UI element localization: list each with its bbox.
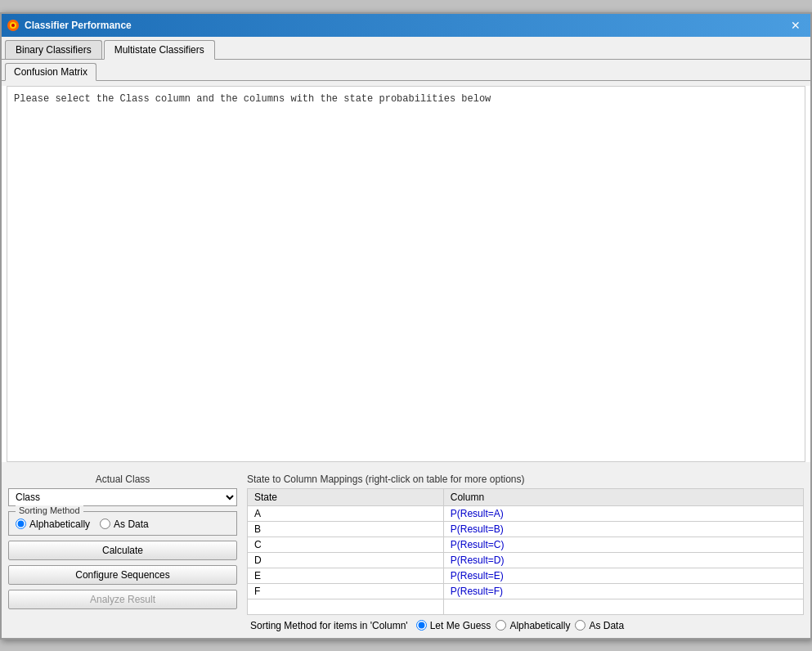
info-text: Please select the Class column and the c… <box>14 93 491 105</box>
col-header-column: Column <box>443 488 803 505</box>
radio-as-data-col-label[interactable]: As Data <box>575 620 624 631</box>
main-content: Please select the Class column and the c… <box>2 86 810 462</box>
column-cell: P(Result=E) <box>443 568 803 583</box>
state-cell: E <box>248 568 444 583</box>
sorting-bottom-row: Sorting Method for items in 'Column' Let… <box>247 620 804 631</box>
radio-as-data-text: As Data <box>114 519 149 530</box>
table-row: A P(Result=A) <box>248 505 804 521</box>
table-row: D P(Result=D) <box>248 552 804 568</box>
tab-binary-classifiers[interactable]: Binary Classifiers <box>5 40 102 59</box>
state-cell: B <box>248 521 444 537</box>
table-row: F P(Result=F) <box>248 583 804 599</box>
radio-let-me-guess-text: Let Me Guess <box>430 620 491 631</box>
analyze-result-button[interactable]: Analyze Result <box>8 590 237 609</box>
radio-as-data[interactable] <box>100 519 110 529</box>
radio-alphabetically-text: Alphabetically <box>29 519 90 530</box>
tab-confusion-matrix[interactable]: Confusion Matrix <box>5 63 96 81</box>
column-cell: P(Result=C) <box>443 537 803 552</box>
radio-alphabetically-col-label[interactable]: Alphabetically <box>496 620 570 631</box>
state-mapping-table: State Column A P(Result=A) B P(Result=B)… <box>247 488 804 615</box>
empty-column <box>443 599 803 614</box>
info-text-area: Please select the Class column and the c… <box>7 86 805 462</box>
sorting-bottom-label: Sorting Method for items in 'Column' <box>250 620 408 631</box>
state-cell: A <box>248 505 444 521</box>
actual-class-panel: Actual Class Class Sorting Method Alphab… <box>8 474 237 631</box>
state-cell: D <box>248 552 444 568</box>
class-dropdown[interactable]: Class <box>8 488 237 506</box>
state-cell: F <box>248 583 444 599</box>
svg-point-2 <box>11 24 15 27</box>
sorting-radio-row: Alphabetically As Data <box>16 519 230 530</box>
button-row: Calculate Configure Sequences Analyze Re… <box>8 541 237 609</box>
bottom-panel: Actual Class Class Sorting Method Alphab… <box>2 467 810 638</box>
configure-sequences-button[interactable]: Configure Sequences <box>8 565 237 585</box>
radio-let-me-guess[interactable] <box>416 620 427 631</box>
col-header-state: State <box>248 488 444 505</box>
radio-as-data-label[interactable]: As Data <box>100 519 149 530</box>
actual-class-label: Actual Class <box>8 474 237 485</box>
radio-alphabetically-label[interactable]: Alphabetically <box>16 519 90 530</box>
dropdown-row: Class <box>8 488 237 506</box>
table-row: E P(Result=E) <box>248 568 804 583</box>
table-row: C P(Result=C) <box>248 537 804 552</box>
main-tab-bar: Binary Classifiers Multistate Classifier… <box>2 37 810 60</box>
window-title: Classifier Performance <box>25 20 786 31</box>
sorting-method-legend: Sorting Method <box>16 505 83 515</box>
radio-as-data-col[interactable] <box>575 620 585 631</box>
close-button[interactable]: ✕ <box>786 18 805 33</box>
radio-let-me-guess-label[interactable]: Let Me Guess <box>416 620 491 631</box>
inner-tab-bar: Confusion Matrix <box>2 60 810 81</box>
sorting-method-groupbox: Sorting Method Alphabetically As Data <box>8 511 237 536</box>
column-cell: P(Result=D) <box>443 552 803 568</box>
app-icon <box>7 19 20 32</box>
radio-as-data-col-text: As Data <box>589 620 624 631</box>
title-bar: Classifier Performance ✕ <box>2 14 810 37</box>
radio-alphabetically-col-text: Alphabetically <box>509 620 570 631</box>
column-cell: P(Result=A) <box>443 505 803 521</box>
tab-multistate-classifiers[interactable]: Multistate Classifiers <box>104 40 215 60</box>
calculate-button[interactable]: Calculate <box>8 541 237 560</box>
main-window: Classifier Performance ✕ Binary Classifi… <box>0 12 812 640</box>
table-row-empty <box>248 599 804 614</box>
state-mapping-panel: State to Column Mappings (right-click on… <box>247 474 804 631</box>
empty-state <box>248 599 444 614</box>
state-cell: C <box>248 537 444 552</box>
radio-alphabetically-col[interactable] <box>496 620 506 631</box>
table-row: B P(Result=B) <box>248 521 804 537</box>
radio-alphabetically[interactable] <box>16 519 26 529</box>
column-cell: P(Result=B) <box>443 521 803 537</box>
column-cell: P(Result=F) <box>443 583 803 599</box>
state-mapping-label: State to Column Mappings (right-click on… <box>247 474 804 485</box>
